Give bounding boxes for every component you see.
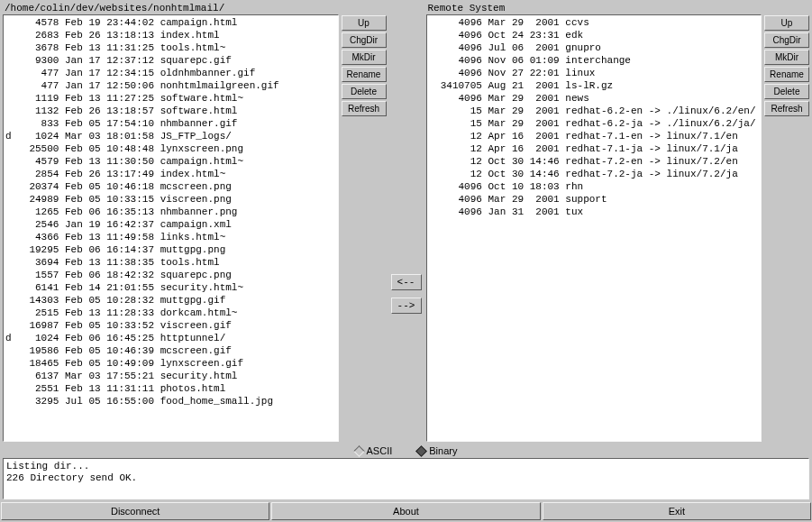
bottom-button-bar: Disconnect About Exit	[0, 502, 812, 522]
remote-mkdir-button[interactable]: MkDir	[764, 50, 809, 65]
remote-body: 4096 Mar 29 2001 ccvs 4096 Oct 24 23:31 …	[426, 14, 810, 442]
remote-chgdir-button[interactable]: ChgDir	[764, 32, 809, 48]
local-panel: /home/colin/dev/websites/nonhtmlmail/ 45…	[3, 2, 387, 442]
disconnect-button[interactable]: Disconnect	[1, 502, 269, 520]
ftp-client-window: /home/colin/dev/websites/nonhtmlmail/ 45…	[0, 0, 812, 522]
local-refresh-button[interactable]: Refresh	[342, 101, 387, 116]
diamond-icon	[415, 445, 427, 457]
local-mkdir-button[interactable]: MkDir	[342, 50, 387, 65]
remote-file-listing[interactable]: 4096 Mar 29 2001 ccvs 4096 Oct 24 23:31 …	[426, 14, 762, 442]
panels-area: /home/colin/dev/websites/nonhtmlmail/ 45…	[0, 0, 812, 442]
local-up-button[interactable]: Up	[342, 15, 387, 31]
transfer-left-button[interactable]: <--	[391, 274, 422, 290]
remote-title: Remote System	[426, 2, 810, 14]
local-file-listing[interactable]: 4578 Feb 19 23:44:02 campaign.html 2683 …	[3, 14, 339, 442]
remote-rename-button[interactable]: Rename	[764, 67, 809, 82]
remote-panel: Remote System 4096 Mar 29 2001 ccvs 4096…	[426, 2, 810, 442]
about-button[interactable]: About	[271, 502, 540, 520]
local-chgdir-button[interactable]: ChgDir	[342, 32, 387, 48]
ascii-label: ASCII	[367, 445, 393, 456]
ascii-radio[interactable]: ASCII	[355, 445, 393, 456]
transfer-right-button[interactable]: -->	[391, 298, 422, 314]
binary-label: Binary	[429, 445, 457, 456]
transfer-mode-row: ASCII Binary	[0, 442, 812, 458]
exit-button[interactable]: Exit	[543, 502, 811, 520]
local-rename-button[interactable]: Rename	[342, 67, 387, 82]
local-body: 4578 Feb 19 23:44:02 campaign.html 2683 …	[3, 14, 387, 442]
log-area: Listing dir... 226 Directory send OK.	[0, 458, 812, 502]
remote-button-column: Up ChgDir MkDir Rename Delete Refresh	[764, 14, 809, 442]
remote-delete-button[interactable]: Delete	[764, 84, 809, 99]
local-path: /home/colin/dev/websites/nonhtmlmail/	[3, 2, 387, 14]
transfer-column: <-- -->	[388, 2, 424, 442]
remote-up-button[interactable]: Up	[764, 15, 809, 31]
binary-radio[interactable]: Binary	[417, 445, 457, 456]
diamond-icon	[353, 445, 365, 457]
status-log[interactable]: Listing dir... 226 Directory send OK.	[3, 458, 809, 499]
local-delete-button[interactable]: Delete	[342, 84, 387, 99]
local-button-column: Up ChgDir MkDir Rename Delete Refresh	[342, 14, 387, 442]
remote-refresh-button[interactable]: Refresh	[764, 101, 809, 116]
